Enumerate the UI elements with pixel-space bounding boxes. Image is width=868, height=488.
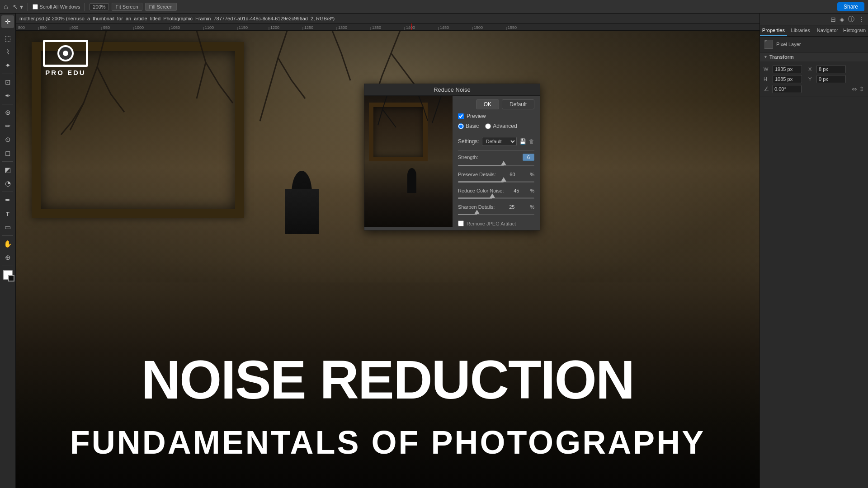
angle-icon: ∠ — [764, 85, 769, 93]
x-input[interactable] — [816, 65, 846, 73]
ruler-canvas: 800 850 900 950 1000 1050 1100 1150 1200… — [16, 23, 868, 31]
flip-h-icon[interactable]: ⇔ — [852, 85, 857, 93]
reduce-noise-content: OK Default Preview Basic Advanced Se — [364, 96, 540, 230]
stamp-tool[interactable]: ⊙ — [1, 133, 14, 146]
layers-icon[interactable]: ⊟ — [830, 15, 837, 24]
svg-text:1500: 1500 — [474, 25, 483, 30]
basic-radio-label: Basic — [458, 123, 479, 129]
strength-input[interactable] — [523, 154, 534, 161]
figure-body — [285, 189, 319, 234]
preview-figure — [407, 168, 416, 193]
strength-label-row: Strength: — [458, 154, 534, 161]
advanced-radio[interactable] — [485, 123, 491, 129]
sharpen-thumb[interactable] — [474, 210, 480, 214]
tool-select-icon[interactable]: ↖ ▾ — [13, 3, 23, 10]
tab-navigator[interactable]: Navigator — [814, 25, 841, 36]
tool-sep6 — [2, 235, 13, 236]
tab-libraries[interactable]: Libraries — [787, 25, 814, 36]
preserve-fill — [458, 181, 504, 183]
reduce-noise-titlebar[interactable]: Reduce Noise — [364, 84, 540, 96]
remove-jpeg-row: Remove JPEG Artifact — [458, 221, 534, 226]
angle-row: ∠ ⇔ ⇕ — [764, 85, 864, 93]
svg-text:1350: 1350 — [372, 25, 381, 30]
sharpen-slider[interactable] — [458, 211, 534, 218]
tab-histogram[interactable]: Histogram — [841, 25, 868, 36]
move-tool[interactable]: ✛ — [1, 15, 14, 28]
fill-screen-button[interactable]: Fill Screen — [145, 3, 177, 11]
reduce-noise-preview-image — [364, 96, 453, 227]
fit-screen-button[interactable]: Fit Screen — [112, 3, 142, 11]
info-icon[interactable]: ⓘ — [847, 14, 855, 24]
transform-arrow: ▼ — [764, 55, 768, 59]
settings-save-icon[interactable]: 💾 — [519, 138, 526, 145]
preserve-thumb[interactable] — [501, 177, 506, 182]
select-magic-tool[interactable]: ✦ — [1, 59, 14, 72]
select-rect-tool[interactable]: ⬚ — [1, 32, 14, 45]
color-noise-thumb[interactable] — [490, 193, 495, 198]
zoom-tool[interactable]: ⊕ — [1, 251, 14, 264]
gradient-tool[interactable]: ◩ — [1, 164, 14, 176]
select-lasso-tool[interactable]: ⌇ — [1, 46, 14, 58]
hand-tool[interactable]: ✋ — [1, 238, 14, 250]
pen-tool[interactable]: ✒ — [1, 194, 14, 206]
color-noise-pct: % — [530, 188, 534, 193]
angle-input[interactable] — [772, 85, 802, 93]
settings-label: Settings: — [458, 138, 479, 145]
foreground-color[interactable] — [3, 270, 13, 280]
rn-divider1 — [458, 134, 534, 134]
ruler: 800 850 900 950 1000 1050 1100 1150 1200… — [16, 23, 868, 31]
spot-heal-tool[interactable]: ⊛ — [1, 106, 14, 119]
preview-checkbox-row: Preview — [458, 113, 534, 119]
remove-jpeg-checkbox[interactable] — [458, 221, 464, 226]
svg-text:1300: 1300 — [338, 25, 347, 30]
properties-panel: ⬛ Pixel Layer ▼ Transform W X H — [760, 37, 868, 488]
dodge-tool[interactable]: ◔ — [1, 177, 14, 190]
svg-text:1250: 1250 — [304, 25, 313, 30]
settings-row: Settings: Default 💾 🗑 — [458, 137, 534, 146]
brush-tool[interactable]: ✏ — [1, 120, 14, 132]
text-tool[interactable]: T — [1, 207, 14, 220]
color-noise-slider[interactable] — [458, 194, 534, 202]
transform-section: ▼ Transform W X H Y — [760, 52, 868, 97]
mode-radio-row: Basic Advanced — [458, 123, 534, 129]
dots-icon[interactable]: ⋮ — [857, 15, 865, 24]
preview-bg — [364, 96, 453, 227]
svg-text:850: 850 — [40, 25, 47, 30]
w-label: W — [764, 66, 770, 72]
eyedropper-tool[interactable]: ✒ — [1, 89, 14, 102]
transform-header[interactable]: ▼ Transform — [760, 52, 868, 61]
tab-properties[interactable]: Properties — [760, 25, 787, 36]
reduce-noise-preview[interactable] — [364, 96, 453, 227]
adjust-icon[interactable]: ◈ — [839, 15, 845, 24]
sharpen-value: 25 — [509, 204, 514, 210]
flip-icons: ⇔ ⇕ — [852, 85, 864, 93]
wx-row: W X — [764, 65, 864, 73]
y-input[interactable] — [816, 75, 846, 83]
scroll-all-windows-group: Scroll All Windows — [33, 4, 80, 9]
scroll-all-windows-checkbox[interactable] — [33, 4, 38, 9]
transform-content: W X H Y ∠ ⇔ ⇕ — [760, 61, 868, 97]
zoom-percentage[interactable]: 200% — [90, 3, 108, 10]
settings-select[interactable]: Default — [482, 137, 517, 146]
default-button[interactable]: Default — [502, 99, 534, 109]
crop-tool[interactable]: ⊡ — [1, 76, 14, 89]
preserve-slider[interactable] — [458, 178, 534, 185]
w-input[interactable] — [773, 65, 802, 73]
tool-sep2 — [2, 74, 13, 74]
shape-tool[interactable]: ▭ — [1, 221, 14, 234]
h-input[interactable] — [773, 75, 802, 83]
share-button[interactable]: Share — [837, 2, 864, 11]
flip-v-icon[interactable]: ⇕ — [859, 85, 864, 93]
svg-text:1550: 1550 — [508, 25, 517, 30]
preview-checkbox[interactable] — [458, 113, 464, 119]
pixel-layer-row: ⬛ Pixel Layer — [760, 37, 868, 52]
strength-slider[interactable] — [458, 162, 534, 169]
sharpen-label-row: Sharpen Details: 25 % — [458, 204, 534, 210]
eraser-tool[interactable]: ◻ — [1, 147, 14, 160]
home-icon[interactable]: ⌂ — [4, 3, 8, 11]
basic-radio[interactable] — [458, 123, 464, 129]
ok-button[interactable]: OK — [476, 99, 499, 109]
settings-delete-icon[interactable]: 🗑 — [529, 138, 534, 145]
document-tab[interactable]: mother.psd @ 200% (nerruso_a_thumbnail_f… — [16, 14, 868, 23]
strength-thumb[interactable] — [501, 161, 506, 165]
